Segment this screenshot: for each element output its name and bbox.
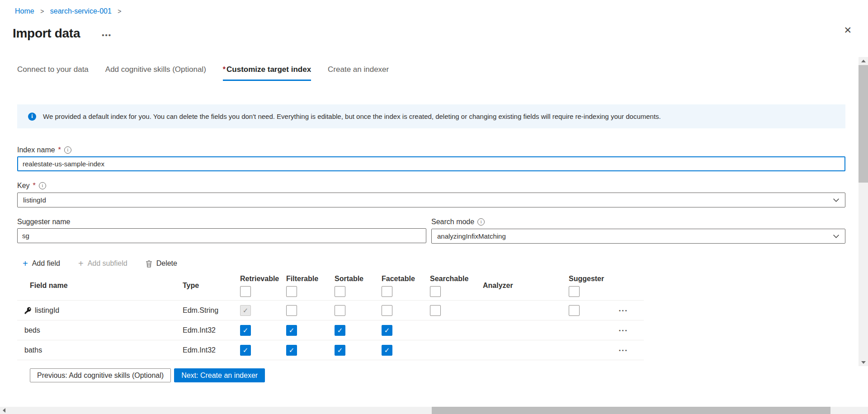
horizontal-scroll-thumb[interactable] <box>432 407 830 414</box>
retrievable-checkbox[interactable] <box>240 325 251 336</box>
close-icon[interactable]: ✕ <box>844 25 852 35</box>
page-title: Import data <box>13 26 80 41</box>
sortable-cell <box>335 345 382 356</box>
next-button[interactable]: Next: Create an indexer <box>174 368 265 382</box>
row-menu-cell: ••• <box>619 328 644 333</box>
suggester-checkbox[interactable] <box>569 305 580 316</box>
delete-button[interactable]: Delete <box>146 259 177 268</box>
add-field-button[interactable]: Add field <box>23 259 60 268</box>
column-header-filterable: Filterable <box>286 274 318 283</box>
suggester-name-input[interactable] <box>17 228 426 243</box>
table-row: bedsEdm.Int32••• <box>17 320 644 340</box>
index-name-label: Index name * <box>17 146 845 155</box>
required-marker: * <box>33 181 36 190</box>
import-data-page: Home > search-service-001 > Import data … <box>0 0 868 414</box>
more-menu-icon[interactable]: ••• <box>102 31 112 39</box>
plus-icon <box>23 259 28 268</box>
facetable-select-all-checkbox[interactable] <box>382 286 392 297</box>
retrievable-cell <box>240 345 286 356</box>
tab-create-an-indexer[interactable]: Create an indexer <box>328 65 389 81</box>
sortable-checkbox[interactable] <box>335 345 345 356</box>
searchable-cell <box>430 305 483 316</box>
info-hint-icon[interactable] <box>64 146 71 154</box>
table-row: bathsEdm.Int32••• <box>17 340 644 360</box>
tab-customize-target-index[interactable]: *Customize target index <box>223 65 311 81</box>
column-header-searchable: Searchable <box>430 274 468 283</box>
retrievable-checkbox <box>240 305 251 316</box>
required-marker: * <box>58 146 61 155</box>
info-hint-icon[interactable] <box>39 182 46 189</box>
key-select[interactable]: listingId <box>17 193 845 207</box>
sortable-select-all-checkbox[interactable] <box>335 286 345 297</box>
searchable-select-all-checkbox[interactable] <box>430 286 441 297</box>
index-name-input[interactable] <box>17 156 845 171</box>
field-type-cell: Edm.Int32 <box>183 346 240 354</box>
title-row: Import data ••• ✕ <box>13 24 868 42</box>
filterable-cell <box>286 305 335 316</box>
sortable-cell <box>335 325 382 336</box>
tab-content: We provided a default index for you. You… <box>0 104 868 382</box>
tab-add-cognitive-skills[interactable]: Add cognitive skills (Optional) <box>105 65 206 81</box>
facetable-cell <box>382 325 430 336</box>
vertical-scrollbar[interactable] <box>859 57 868 366</box>
row-menu-cell: ••• <box>619 308 644 313</box>
filterable-checkbox[interactable] <box>286 305 297 316</box>
filterable-select-all-checkbox[interactable] <box>286 286 297 297</box>
scroll-up-arrow-icon[interactable] <box>859 57 868 65</box>
suggester-select-all-checkbox[interactable] <box>569 286 580 297</box>
column-header-analyzer: Analyzer <box>483 282 513 289</box>
row-more-menu-icon[interactable]: ••• <box>619 348 628 353</box>
column-header-suggester: Suggester <box>569 274 604 283</box>
search-mode-label: Search mode <box>431 217 845 226</box>
tab-connect-to-your-data[interactable]: Connect to your data <box>17 65 89 81</box>
info-hint-icon[interactable] <box>477 218 485 226</box>
field-name-text: beds <box>24 326 40 334</box>
key-label-text: Key <box>17 181 30 190</box>
scroll-down-arrow-icon[interactable] <box>859 358 868 366</box>
sortable-checkbox[interactable] <box>335 325 345 336</box>
retrievable-cell <box>240 325 286 336</box>
searchable-checkbox[interactable] <box>430 305 441 316</box>
suggester-name-label-text: Suggester name <box>17 217 70 226</box>
breadcrumb: Home > search-service-001 > <box>0 0 868 16</box>
wizard-footer: Previous: Add cognitive skills (Optional… <box>30 368 845 382</box>
horizontal-scrollbar[interactable] <box>0 407 868 414</box>
fields-toolbar: Add field Add subfield Delete <box>17 259 845 268</box>
facetable-checkbox[interactable] <box>382 325 392 336</box>
breadcrumb-home-link[interactable]: Home <box>15 7 34 15</box>
add-subfield-button[interactable]: Add subfield <box>78 259 127 268</box>
retrievable-select-all-checkbox[interactable] <box>240 286 251 297</box>
plus-icon <box>78 259 84 268</box>
retrievable-cell <box>240 305 286 316</box>
chevron-down-icon <box>833 197 840 203</box>
row-more-menu-icon[interactable]: ••• <box>619 328 628 333</box>
field-name-text: baths <box>24 346 42 354</box>
breadcrumb-separator: > <box>40 8 44 15</box>
facetable-checkbox[interactable] <box>382 305 392 316</box>
scroll-left-arrow-icon[interactable] <box>0 407 8 414</box>
row-more-menu-icon[interactable]: ••• <box>619 308 628 313</box>
filterable-checkbox[interactable] <box>286 345 297 356</box>
trash-icon <box>146 260 152 268</box>
facetable-cell <box>382 345 430 356</box>
search-mode-select[interactable]: analyzingInfixMatching <box>431 229 845 244</box>
sortable-checkbox[interactable] <box>335 305 345 316</box>
add-subfield-label: Add subfield <box>88 259 127 268</box>
key-icon <box>24 307 32 314</box>
tab-required-marker: * <box>223 66 226 73</box>
info-icon <box>28 113 36 121</box>
vertical-scroll-thumb[interactable] <box>859 65 868 183</box>
retrievable-checkbox[interactable] <box>240 345 251 356</box>
info-banner: We provided a default index for you. You… <box>17 104 845 128</box>
info-banner-text: We provided a default index for you. You… <box>43 113 661 120</box>
field-name-cell: beds <box>17 326 183 334</box>
breadcrumb-separator: > <box>118 8 121 15</box>
tab-label: Customize target index <box>226 65 311 74</box>
breadcrumb-service-link[interactable]: search-service-001 <box>50 7 112 15</box>
field-type-cell: Edm.String <box>183 306 240 315</box>
column-header-sortable: Sortable <box>335 274 363 283</box>
filterable-checkbox[interactable] <box>286 325 297 336</box>
suggester-name-label: Suggester name <box>17 217 426 226</box>
facetable-checkbox[interactable] <box>382 345 392 356</box>
previous-button[interactable]: Previous: Add cognitive skills (Optional… <box>30 368 171 382</box>
